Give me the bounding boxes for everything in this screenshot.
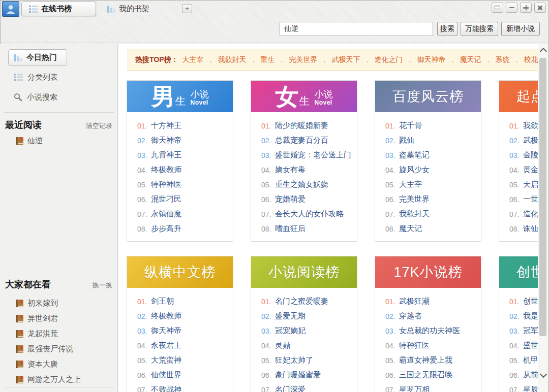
list-item[interactable]: 资本大唐 [15,356,114,372]
novel-title-link[interactable]: 仙侠世界 [151,370,181,380]
novel-title-link[interactable]: 星罗万相 [399,385,430,392]
novel-title-link[interactable]: 盛世 [523,341,538,350]
novel-title-link[interactable]: 特种神医 [151,180,181,189]
list-item[interactable]: 最强丧尸传说 [15,341,114,356]
novel-title-link[interactable]: 大荒蛮神 [151,355,181,365]
tab-my-bookshelf[interactable]: 我的书架 [100,2,157,16]
book-title[interactable]: 异世剑君 [27,314,58,323]
novel-title-link[interactable]: 大主宰 [399,180,422,189]
novel-title-link[interactable]: 不败战神 [151,385,181,392]
novel-title-link[interactable]: 终极教师 [151,165,181,175]
novel-title-link[interactable]: 完美世界 [399,194,430,204]
novel-title-link[interactable]: 嗜血狂后 [275,224,306,234]
novel-title-link[interactable]: 总裁宠妻百分百 [275,136,328,145]
hot-search-link[interactable]: 魔天记 [460,55,481,63]
novel-title-link[interactable]: 豪门暖婚蜜爱 [275,370,321,380]
novel-title-link[interactable]: 一世 [523,194,538,204]
novel-title-link[interactable]: 机甲 [523,355,538,365]
hot-search-link[interactable]: 校花的贴身高手 [524,55,538,63]
hot-search-link[interactable]: 我欲封天 [218,55,247,63]
book-title[interactable]: 网游之万人之上 [27,375,81,384]
list-item[interactable]: 仙逆 [15,133,114,148]
novel-title-link[interactable]: 冠宠嫡妃 [275,326,306,336]
novel-title-link[interactable]: 魔天记 [399,224,422,234]
novel-title-link[interactable]: 灵鼎 [275,341,290,350]
vertical-scrollbar[interactable] [538,44,548,392]
tab-online-ranking[interactable]: 在线书榜 [21,2,96,16]
novel-title-link[interactable]: 会长大人的女仆攻略 [275,209,344,219]
book-title[interactable]: 资本大唐 [27,360,58,369]
close-button[interactable] [534,3,546,13]
hot-search-link[interactable]: 御天神帝 [417,55,446,63]
novel-title-link[interactable]: 我是 [523,311,538,321]
novel-title-link[interactable]: 武极狂潮 [399,297,430,306]
novel-title-link[interactable]: 武极天下 [523,136,538,145]
novel-title-link[interactable]: 御天神帝 [151,326,181,336]
novel-title-link[interactable]: 从前 [523,370,538,380]
novel-title-link[interactable]: 永镇仙魔 [151,209,181,219]
novel-title-link[interactable]: 创世 [523,297,538,306]
list-item[interactable]: 异世剑君 [15,311,114,326]
minimize-button[interactable] [506,3,517,13]
novel-title-link[interactable]: 御天神帝 [151,136,181,145]
novel-title-link[interactable]: 诛仙 [523,224,538,234]
sidebar-item-novel-search[interactable]: 小说搜索 [14,92,57,102]
scrollbar-thumb[interactable] [539,58,546,336]
novel-title-link[interactable]: 盛爱无期 [275,311,306,321]
user-avatar[interactable] [2,1,19,17]
novel-title-link[interactable]: 三国之无限召唤 [399,370,452,380]
search-button[interactable]: 搜索 [437,22,458,36]
novel-title-link[interactable]: 宠婚萌爱 [275,194,306,204]
novel-title-link[interactable]: 戮仙 [399,136,414,145]
sidebar-item-today-hot[interactable]: 今日热门 [8,49,67,66]
novel-title-link[interactable]: 金陵 [523,150,538,160]
novel-title-link[interactable]: 黄金 [523,165,538,175]
hot-search-link[interactable]: 造化之门 [375,55,403,63]
novel-title-link[interactable]: 步步高升 [151,224,181,234]
book-title[interactable]: 初来嫁到 [27,299,58,308]
list-item[interactable]: 初来嫁到 [15,296,114,311]
hot-search-link[interactable]: 大主宰 [182,55,204,63]
novel-title-link[interactable]: 天启 [523,180,538,189]
novel-title-link[interactable]: 冠军 [523,326,538,336]
novel-title-link[interactable]: 嫡女有毒 [275,165,306,175]
hot-search-link[interactable]: 系统 [496,55,510,63]
maximize-button[interactable] [520,3,532,13]
novel-title-link[interactable]: 名门之蜜爱暖妻 [275,297,328,306]
novel-title-link[interactable]: 我欲封天 [399,209,430,219]
scroll-down-arrow-icon[interactable] [539,372,546,379]
novel-title-link[interactable]: 九霄神王 [151,150,181,160]
skin-button[interactable] [492,3,503,13]
novel-title-link[interactable]: 盗墓笔记 [399,150,430,160]
list-item[interactable]: 龙起洪荒 [15,326,114,341]
universal-search-button[interactable]: 万能搜索 [461,22,498,36]
book-title[interactable]: 龙起洪荒 [27,329,58,339]
hot-search-link[interactable]: 重生 [261,55,275,63]
refresh-link[interactable]: 换一换 [93,281,112,290]
book-title[interactable]: 仙逆 [27,136,43,146]
novel-title-link[interactable]: 造化之门 [523,209,538,219]
search-input[interactable] [280,22,433,36]
novel-title-link[interactable]: 霸道女神爱上我 [399,355,452,365]
list-item[interactable]: 网游之万人之上 [15,372,114,387]
novel-title-link[interactable]: 女总裁的功夫神医 [399,326,460,336]
add-novel-button[interactable]: 新增小说 [501,22,540,36]
novel-title-link[interactable]: 永夜君王 [151,341,181,350]
novel-title-link[interactable]: 陆少的暖婚新妻 [275,121,328,130]
novel-title-link[interactable]: 终极教师 [151,311,181,321]
novel-title-link[interactable]: 重生之嫡女妖娆 [275,180,328,189]
novel-title-link[interactable]: 旋风少女 [399,165,430,175]
clear-history-link[interactable]: 清空记录 [86,121,112,130]
scroll-up-arrow-icon[interactable] [539,47,546,54]
new-tab-button[interactable]: + [182,4,192,13]
novel-title-link[interactable]: 穿越者 [399,311,422,321]
novel-title-link[interactable]: 我欲封天 [523,121,538,130]
novel-title-link[interactable]: 名门深爱 [275,385,306,392]
hot-search-link[interactable]: 完美世界 [289,55,318,63]
book-title[interactable]: 最强丧尸传说 [27,344,73,354]
novel-title-link[interactable]: 特种狂医 [399,341,430,350]
novel-title-link[interactable]: 剑王朝 [151,297,174,306]
novel-title-link[interactable]: 混世刁民 [151,194,181,204]
novel-title-link[interactable]: 星辰 [523,385,538,392]
sidebar-item-category-list[interactable]: 分类列表 [14,73,58,82]
